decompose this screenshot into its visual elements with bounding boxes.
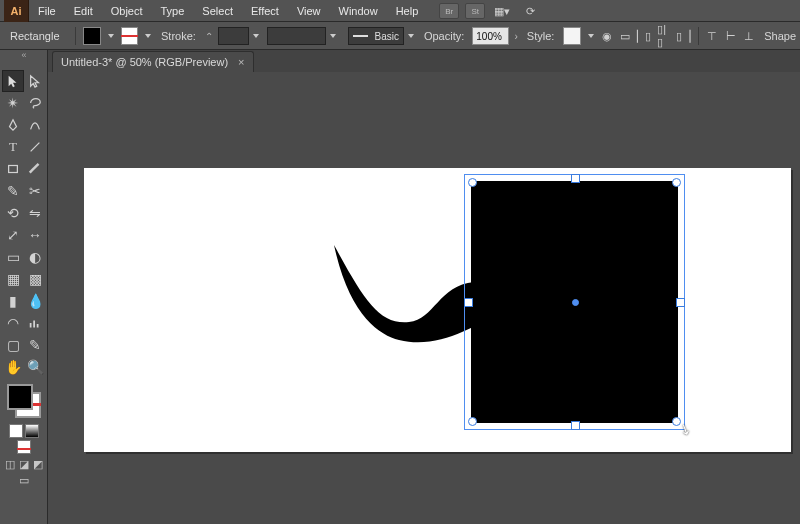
menu-window[interactable]: Window <box>330 0 387 22</box>
stroke-weight-link-icon[interactable]: ⌃ <box>202 31 216 42</box>
line-segment-tool[interactable] <box>24 136 46 158</box>
shape-builder-tool[interactable]: ◐ <box>24 246 46 268</box>
align-vcenter-icon[interactable]: ⊢ <box>725 28 737 44</box>
stroke-weight-caret[interactable] <box>253 34 259 38</box>
handle-top-left[interactable] <box>468 178 477 187</box>
align-top-icon[interactable]: ⊤ <box>706 28 718 44</box>
menu-shortcut-icons: Br St ▦▾ ⟳ <box>439 3 541 19</box>
color-mode-gradient[interactable] <box>25 424 39 438</box>
close-tab-icon[interactable]: × <box>238 56 244 68</box>
control-bar: Rectangle Stroke: ⌃ Basic Opacity: 100% … <box>0 22 800 50</box>
handle-bottom-left[interactable] <box>468 417 477 426</box>
fill-swatch[interactable] <box>83 27 100 45</box>
var-width-profile[interactable] <box>267 27 326 45</box>
handle-center[interactable] <box>572 299 579 306</box>
stock-chip[interactable]: St <box>465 3 485 19</box>
opacity-field[interactable]: 100% <box>472 27 509 45</box>
app-logo: Ai <box>4 0 29 23</box>
handle-bottom-mid[interactable] <box>571 421 580 430</box>
direct-selection-tool[interactable] <box>24 70 46 92</box>
menu-select[interactable]: Select <box>193 0 242 22</box>
mesh-tool[interactable]: ▩ <box>24 268 46 290</box>
zoom-tool[interactable]: 🔍 <box>24 356 46 378</box>
graphic-style-swatch[interactable] <box>563 27 580 45</box>
opacity-label: Opacity: <box>418 30 470 42</box>
menu-file[interactable]: File <box>29 0 65 22</box>
magic-wand-tool[interactable]: ✴ <box>2 92 24 114</box>
column-graph-tool[interactable] <box>24 312 46 334</box>
type-tool[interactable]: T <box>2 136 24 158</box>
collapse-panel-icon[interactable]: « <box>0 50 48 60</box>
menu-type[interactable]: Type <box>152 0 194 22</box>
screen-mode-row: ◫ ◪ ◩ <box>5 458 43 471</box>
free-transform-tool[interactable]: ▭ <box>2 246 24 268</box>
menu-edit[interactable]: Edit <box>65 0 102 22</box>
shape-props-label[interactable]: Shape <box>758 30 800 42</box>
handle-bottom-right[interactable] <box>672 417 681 426</box>
rotate-tool[interactable]: ⟲ <box>2 202 24 224</box>
selected-rectangle[interactable]: ↘ <box>464 174 685 430</box>
stroke-swatch-caret[interactable] <box>145 34 151 38</box>
align-selection-icon[interactable]: ▭ <box>619 28 631 44</box>
divider <box>75 27 76 45</box>
color-mode-color[interactable] <box>9 424 23 438</box>
align-left-icon[interactable]: ▏▯ <box>637 28 651 44</box>
pen-tool[interactable] <box>2 114 24 136</box>
stroke-swatch[interactable] <box>121 27 138 45</box>
brush-caret[interactable] <box>408 34 414 38</box>
artboard[interactable]: ↘ <box>84 168 791 452</box>
menu-object[interactable]: Object <box>102 0 152 22</box>
align-bottom-icon[interactable]: ⊥ <box>743 28 755 44</box>
hand-tool[interactable]: ✋ <box>2 356 24 378</box>
color-mode-none[interactable] <box>17 440 31 454</box>
menu-bar: Ai File Edit Object Type Select Effect V… <box>0 0 800 22</box>
gpu-icon[interactable]: ⟳ <box>522 3 538 19</box>
brush-definition[interactable]: Basic <box>348 27 404 45</box>
document-tab-title: Untitled-3* @ 50% (RGB/Preview) <box>61 56 228 68</box>
draw-behind-icon[interactable]: ◪ <box>19 458 29 471</box>
handle-mid-left[interactable] <box>464 298 473 307</box>
handle-top-mid[interactable] <box>571 174 580 183</box>
curvature-tool[interactable] <box>24 114 46 136</box>
align-hcenter-icon[interactable]: ▯|▯ <box>657 28 669 44</box>
stroke-weight-field[interactable] <box>218 27 249 45</box>
screen-mode-btn[interactable]: ▭ <box>19 474 29 487</box>
blend-tool[interactable]: ◠ <box>2 312 24 334</box>
artboard-tool[interactable]: ▢ <box>2 334 24 356</box>
menu-effect[interactable]: Effect <box>242 0 288 22</box>
arrange-docs-icon[interactable]: ▦▾ <box>494 3 510 19</box>
handle-mid-right[interactable] <box>676 298 685 307</box>
fill-stroke-indicator[interactable] <box>7 384 41 418</box>
tools-panel: « ✴ T ✎✂ ⟲⇋ ⤢↔ ▭◐ ▦▩ ▮💧 ◠ ▢✎ ✋🔍 ◫ ◪ ◩ ▭ <box>0 50 48 524</box>
style-caret[interactable] <box>588 34 594 38</box>
eyedropper-tool[interactable]: 💧 <box>24 290 46 312</box>
pencil-tool[interactable]: ✎ <box>2 180 24 202</box>
draw-normal-icon[interactable]: ◫ <box>5 458 15 471</box>
bridge-chip[interactable]: Br <box>439 3 459 19</box>
draw-inside-icon[interactable]: ◩ <box>33 458 43 471</box>
scissors-tool[interactable]: ✂ <box>24 180 46 202</box>
paintbrush-tool[interactable] <box>24 158 46 180</box>
selection-type-label: Rectangle <box>0 30 70 42</box>
menu-help[interactable]: Help <box>387 0 428 22</box>
rectangle-tool[interactable] <box>2 158 24 180</box>
document-tab[interactable]: Untitled-3* @ 50% (RGB/Preview) × <box>52 51 254 72</box>
scale-tool[interactable]: ⤢ <box>2 224 24 246</box>
style-label: Style: <box>521 30 561 42</box>
align-right-icon[interactable]: ▯▕ <box>676 28 690 44</box>
gradient-tool[interactable]: ▮ <box>2 290 24 312</box>
opacity-caret[interactable]: › <box>511 31 520 42</box>
handle-top-right[interactable] <box>672 178 681 187</box>
recolor-icon[interactable]: ◉ <box>601 28 613 44</box>
fill-indicator[interactable] <box>7 384 33 410</box>
width-tool[interactable]: ↔ <box>24 224 46 246</box>
fill-swatch-caret[interactable] <box>108 34 114 38</box>
canvas-stage[interactable]: ↘ <box>48 72 800 524</box>
reflect-tool[interactable]: ⇋ <box>24 202 46 224</box>
menu-view[interactable]: View <box>288 0 330 22</box>
perspective-grid-tool[interactable]: ▦ <box>2 268 24 290</box>
slice-tool[interactable]: ✎ <box>24 334 46 356</box>
selection-tool[interactable] <box>2 70 24 92</box>
lasso-tool[interactable] <box>24 92 46 114</box>
var-width-caret[interactable] <box>330 34 336 38</box>
